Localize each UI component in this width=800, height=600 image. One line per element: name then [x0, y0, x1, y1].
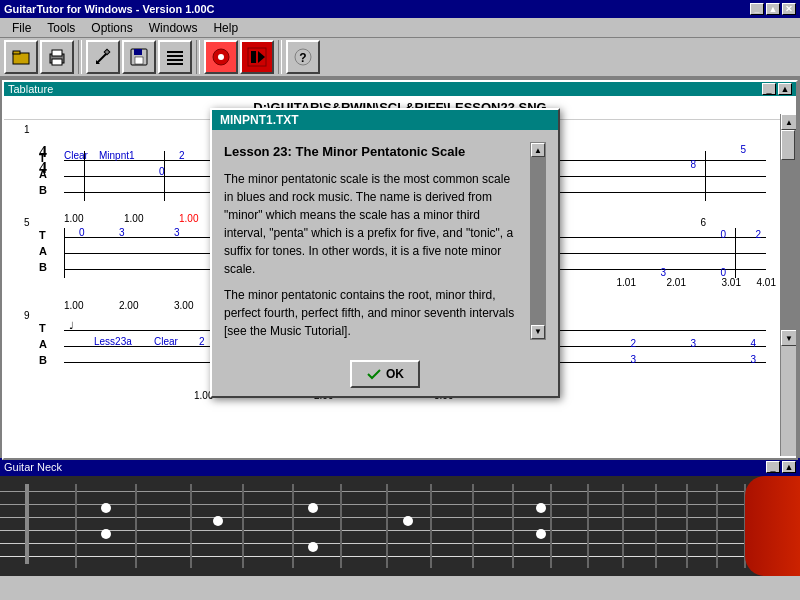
modal-body: Lesson 23: The Minor Pentatonic Scale Th…: [212, 130, 558, 352]
neck-minimize-btn[interactable]: _: [766, 461, 780, 473]
fret-3: [190, 484, 192, 568]
svg-rect-18: [251, 51, 256, 63]
maximize-button[interactable]: ▲: [766, 3, 780, 15]
nut: [25, 484, 29, 564]
minimize-button[interactable]: _: [750, 3, 764, 15]
fret-12: [587, 484, 589, 568]
string-2: [0, 504, 800, 505]
edit-button[interactable]: [86, 40, 120, 74]
svg-rect-13: [167, 59, 183, 61]
fret-5: [292, 484, 294, 568]
fret-2: [135, 484, 137, 568]
toolbar-sep-1: [78, 40, 82, 74]
checkmark-icon: [366, 366, 382, 382]
fret-8: [430, 484, 432, 568]
fret-15: [686, 484, 688, 568]
menu-file[interactable]: File: [4, 19, 39, 37]
fret-9: [472, 484, 474, 568]
window-title: GuitarTutor for Windows - Version 1.00C: [4, 3, 215, 15]
modal-paragraph-1: The minor pentatonic scale is the most c…: [224, 170, 522, 278]
string-1: [0, 491, 800, 492]
modal-title-text: MINPNT1.TXT: [220, 113, 299, 127]
svg-rect-0: [13, 53, 29, 64]
fret-11: [550, 484, 552, 568]
close-button[interactable]: ✕: [782, 3, 796, 15]
main-area: Tablature _ ▲ D:\GUITAR\S&RWIN\SCL&RIFF\…: [0, 78, 800, 458]
modal-overlay: MINPNT1.TXT Lesson 23: The Minor Pentato…: [0, 78, 800, 458]
toolbar-sep-3: [278, 40, 282, 74]
fret-14: [655, 484, 657, 568]
modal-lesson-title: Lesson 23: The Minor Pentatonic Scale: [224, 142, 522, 162]
guitar-body: [745, 476, 800, 576]
guitar-neck-title: Guitar Neck: [4, 461, 62, 473]
dot-2: [101, 529, 111, 539]
open-button[interactable]: [4, 40, 38, 74]
dot-5: [308, 542, 318, 552]
svg-rect-1: [13, 51, 20, 54]
svg-rect-10: [135, 57, 143, 64]
print-button[interactable]: [40, 40, 74, 74]
svg-rect-12: [167, 55, 183, 57]
svg-rect-14: [167, 63, 183, 65]
modal-footer: OK: [212, 352, 558, 396]
svg-rect-11: [167, 51, 183, 53]
svg-rect-9: [134, 49, 142, 55]
record-button[interactable]: [240, 40, 274, 74]
svg-rect-4: [52, 59, 62, 65]
svg-rect-3: [52, 50, 62, 56]
fret-16: [716, 484, 718, 568]
modal-scroll-up[interactable]: ▲: [531, 143, 545, 157]
dot-4: [308, 503, 318, 513]
modal-paragraph-2: The minor pentatonic contains the root, …: [224, 286, 522, 340]
modal-title-bar: MINPNT1.TXT: [212, 110, 558, 130]
dot-6: [403, 516, 413, 526]
string-3: [0, 517, 800, 518]
menu-tools[interactable]: Tools: [39, 19, 83, 37]
menu-help[interactable]: Help: [205, 19, 246, 37]
help-button[interactable]: ?: [286, 40, 320, 74]
guitar-neck-title-bar: Guitar Neck _ ▲: [0, 458, 800, 476]
svg-point-16: [218, 54, 224, 60]
dot-7: [536, 503, 546, 513]
modal-scrollbar: ▲ ▼: [530, 142, 546, 340]
guitar-neck-panel: Guitar Neck _ ▲: [0, 458, 800, 578]
dot-1: [101, 503, 111, 513]
toolbar: ?: [0, 38, 800, 78]
menu-bar: File Tools Options Windows Help: [0, 18, 800, 38]
fret-7: [386, 484, 388, 568]
neck-maximize-btn[interactable]: ▲: [782, 461, 796, 473]
fret-10: [512, 484, 514, 568]
string-6: [0, 556, 800, 557]
modal-text-content: Lesson 23: The Minor Pentatonic Scale Th…: [224, 142, 522, 340]
modal-scroll-down[interactable]: ▼: [531, 325, 545, 339]
window-controls: _ ▲ ✕: [750, 3, 796, 15]
modal-scroll-track[interactable]: [531, 157, 545, 325]
ok-label: OK: [386, 367, 404, 381]
dot-8: [536, 529, 546, 539]
fret-1: [75, 484, 77, 568]
fret-13: [622, 484, 624, 568]
toolbar-sep-2: [196, 40, 200, 74]
menu-windows[interactable]: Windows: [141, 19, 206, 37]
fret-4: [242, 484, 244, 568]
svg-text:?: ?: [299, 51, 306, 65]
list-button[interactable]: [158, 40, 192, 74]
menu-options[interactable]: Options: [83, 19, 140, 37]
title-bar: GuitarTutor for Windows - Version 1.00C …: [0, 0, 800, 18]
ok-button[interactable]: OK: [350, 360, 420, 388]
guitar-neck-display: [0, 476, 800, 576]
play-button[interactable]: [204, 40, 238, 74]
fret-6: [340, 484, 342, 568]
save-button[interactable]: [122, 40, 156, 74]
string-5: [0, 543, 800, 544]
modal-dialog: MINPNT1.TXT Lesson 23: The Minor Pentato…: [210, 108, 560, 398]
string-4: [0, 530, 800, 531]
dot-3: [213, 516, 223, 526]
